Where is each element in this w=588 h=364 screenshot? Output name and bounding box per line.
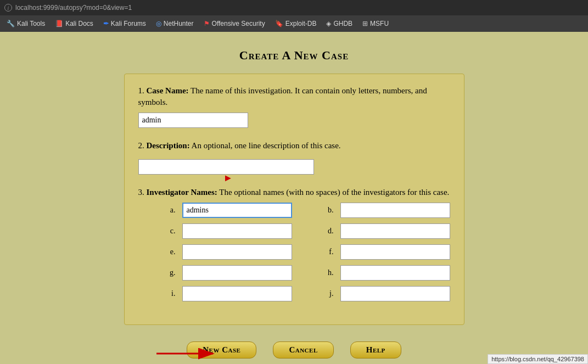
- form-container: 1. Case Name: The name of this investiga…: [124, 74, 464, 325]
- investigator-input-g[interactable]: [182, 265, 292, 281]
- description-number: 2.: [138, 141, 147, 150]
- investigator-input-d[interactable]: [340, 223, 450, 239]
- kali-docs-label: Kali Docs: [65, 20, 93, 27]
- offensive-security-icon: ⚑: [204, 20, 210, 27]
- investigator-grid: a. b. c. d. e. f. g. h. i.: [138, 203, 450, 301]
- case-name-input[interactable]: [138, 113, 248, 128]
- inv-label-b: b.: [296, 206, 336, 215]
- exploit-db-label: Exploit-DB: [285, 20, 317, 27]
- investigator-input-j[interactable]: [340, 286, 450, 301]
- case-name-number: 1.: [138, 86, 147, 95]
- nethunter-label: NetHunter: [164, 20, 194, 27]
- ghdb-icon: ◈: [326, 20, 331, 27]
- bookmark-nethunter[interactable]: ◎ NetHunter: [152, 18, 198, 29]
- inv-label-g: g.: [138, 268, 178, 277]
- investigator-label: 3. Investigator Names: The optional name…: [138, 187, 450, 198]
- investigator-input-a[interactable]: [182, 203, 292, 218]
- inv-label-e: e.: [138, 248, 178, 256]
- kali-tools-label: Kali Tools: [17, 20, 45, 27]
- inv-label-f: f.: [296, 248, 336, 256]
- kali-forums-label: Kali Forums: [111, 20, 146, 27]
- case-name-section: 1. Case Name: The name of this investiga…: [138, 85, 450, 128]
- investigator-rest: The optional names (with no spaces) of t…: [217, 188, 450, 197]
- nethunter-icon: ◎: [156, 20, 161, 27]
- url-text: localhost:9999/autopsy?mod=0&view=1: [15, 4, 132, 12]
- case-name-bold: Case Name:: [147, 86, 189, 95]
- investigator-input-i[interactable]: [182, 286, 292, 301]
- bookmark-exploit-db[interactable]: 🔖 Exploit-DB: [271, 18, 321, 29]
- description-section: 2. Description: An optional, one line de…: [138, 140, 450, 175]
- url-tooltip: https://blog.csdn.net/qq_42967398: [488, 354, 588, 364]
- info-icon: i: [4, 4, 12, 12]
- bookmark-ghdb[interactable]: ◈ GHDB: [322, 18, 357, 29]
- inv-label-i: i.: [138, 289, 178, 298]
- bookmark-kali-docs[interactable]: 📕 Kali Docs: [51, 18, 98, 29]
- inv-label-c: c.: [138, 227, 178, 236]
- description-arrow-icon: ►: [223, 172, 233, 184]
- offensive-security-label: Offensive Security: [212, 20, 265, 27]
- bookmark-kali-tools[interactable]: 🔧 Kali Tools: [2, 18, 49, 29]
- arrow-container: [154, 343, 220, 364]
- bookmarks-bar: 🔧 Kali Tools 📕 Kali Docs ✒ Kali Forums ◎…: [0, 15, 588, 32]
- investigator-bold: Investigator Names:: [147, 188, 217, 197]
- buttons-area: New Case Cancel Help: [187, 341, 401, 364]
- kali-forums-icon: ✒: [103, 20, 109, 27]
- red-arrow: [154, 343, 220, 364]
- investigator-input-b[interactable]: [340, 203, 450, 218]
- inv-label-j: j.: [296, 289, 336, 298]
- investigator-section: 3. Investigator Names: The optional name…: [138, 187, 450, 301]
- bookmark-msfu[interactable]: ⊞ MSFU: [358, 18, 393, 29]
- msfu-label: MSFU: [370, 20, 389, 27]
- page-title: Create A New Case: [239, 48, 349, 63]
- investigator-number: 3.: [138, 188, 147, 197]
- bookmark-offensive-security[interactable]: ⚑ Offensive Security: [199, 18, 270, 29]
- description-bold: Description:: [147, 141, 190, 150]
- main-content: Create A New Case 1. Case Name: The name…: [0, 32, 588, 364]
- url-bar: localhost:9999/autopsy?mod=0&view=1: [15, 4, 132, 12]
- ghdb-label: GHDB: [333, 20, 352, 27]
- description-label: 2. Description: An optional, one line de…: [138, 140, 450, 152]
- investigator-input-f[interactable]: [340, 244, 450, 260]
- investigator-input-c[interactable]: [182, 223, 292, 239]
- cancel-button[interactable]: Cancel: [273, 341, 333, 359]
- description-wrapper: ►: [138, 156, 314, 175]
- investigator-input-h[interactable]: [340, 265, 450, 281]
- browser-bar: i localhost:9999/autopsy?mod=0&view=1: [0, 0, 588, 15]
- inv-label-h: h.: [296, 268, 336, 277]
- inv-label-a: a.: [138, 206, 178, 215]
- kali-tools-icon: 🔧: [7, 20, 15, 27]
- kali-docs-icon: 📕: [55, 20, 63, 27]
- exploit-db-icon: 🔖: [275, 20, 283, 27]
- msfu-icon: ⊞: [362, 20, 368, 27]
- investigator-input-e[interactable]: [182, 244, 292, 260]
- bookmark-kali-forums[interactable]: ✒ Kali Forums: [99, 18, 150, 29]
- inv-label-d: d.: [296, 227, 336, 236]
- case-name-label: 1. Case Name: The name of this investiga…: [138, 85, 450, 108]
- help-button[interactable]: Help: [350, 341, 401, 359]
- description-rest: An optional, one line description of thi…: [190, 141, 341, 150]
